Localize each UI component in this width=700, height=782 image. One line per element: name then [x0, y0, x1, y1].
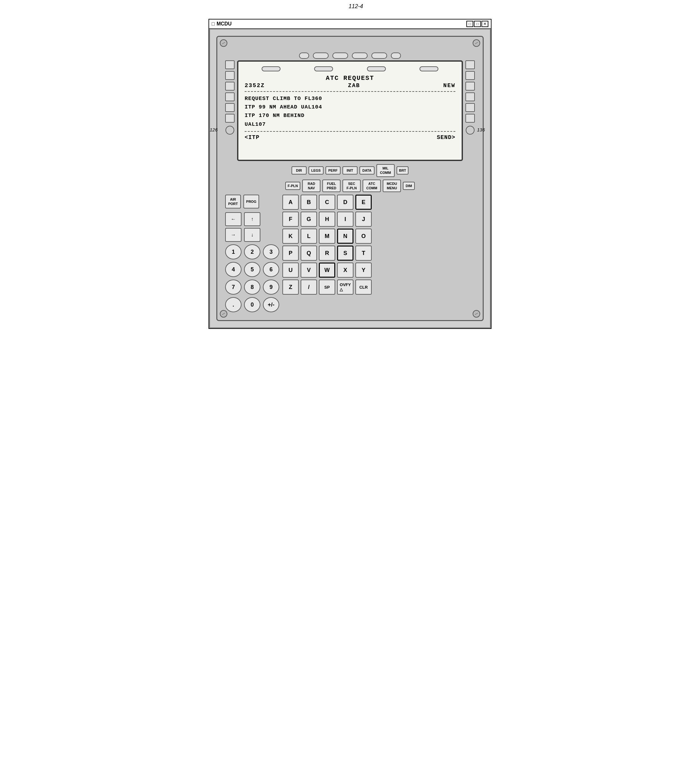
func-dim[interactable]: DIM — [403, 182, 415, 190]
key-q[interactable]: Q — [301, 245, 317, 261]
arrow-row-1: ← ↑ — [225, 212, 279, 226]
func-brt[interactable]: BRT — [397, 166, 409, 175]
num-2[interactable]: 2 — [244, 244, 260, 259]
key-c[interactable]: C — [319, 195, 335, 210]
num-3[interactable]: 3 — [263, 244, 279, 259]
key-h[interactable]: H — [319, 212, 335, 227]
key-e[interactable]: E — [355, 195, 372, 210]
lsk-left-5[interactable] — [225, 103, 235, 112]
close-button[interactable]: ✕ — [482, 21, 488, 27]
top-oval-5[interactable] — [372, 53, 387, 59]
arrow-up[interactable]: ↑ — [244, 212, 260, 226]
lsk-right-4[interactable] — [465, 92, 475, 101]
key-x[interactable]: X — [337, 263, 353, 278]
key-g[interactable]: G — [301, 212, 317, 227]
key-s[interactable]: S — [337, 245, 353, 261]
screen-send-link: SEND> — [437, 134, 455, 140]
maximize-button[interactable]: □ — [474, 21, 481, 27]
func-atc-comm[interactable]: ATCCOMM — [363, 180, 381, 192]
lsk-left-6[interactable] — [225, 114, 235, 123]
func-legs[interactable]: LEGS — [308, 166, 323, 175]
key-r[interactable]: R — [319, 245, 335, 261]
num-8[interactable]: 8 — [244, 280, 260, 295]
key-y[interactable]: Y — [355, 263, 372, 278]
key-a[interactable]: A — [282, 195, 299, 210]
window-controls: □ □ ✕ — [467, 21, 488, 27]
key-m[interactable]: M — [319, 228, 335, 244]
lsk-left-3[interactable] — [225, 82, 235, 90]
left-round-knob[interactable] — [225, 126, 234, 135]
func-init[interactable]: INIT — [342, 166, 358, 175]
key-d[interactable]: D — [337, 195, 353, 210]
key-sp[interactable]: SP — [319, 280, 335, 295]
arrow-left[interactable]: ← — [225, 212, 242, 226]
key-z[interactable]: Z — [282, 280, 299, 295]
key-p[interactable]: P — [282, 245, 299, 261]
num-7[interactable]: 7 — [225, 280, 242, 295]
top-oval-2[interactable] — [313, 53, 328, 59]
arrow-right[interactable]: → — [225, 228, 242, 242]
lsk-right-column: 136 — [465, 51, 475, 161]
lsk-left-1[interactable] — [225, 60, 235, 69]
btn-airport[interactable]: AIRPORT — [225, 195, 241, 208]
diagram-label: 112-4 — [348, 3, 363, 10]
top-oval-3[interactable] — [332, 53, 348, 59]
lsk-right-1[interactable] — [465, 60, 475, 69]
key-w[interactable]: W — [319, 263, 335, 278]
lsk-right-5[interactable] — [465, 103, 475, 112]
num-6[interactable]: 6 — [263, 262, 279, 277]
keyboard-section: DIR LEGS PERF INIT DATA MILCOMM BRT F-PL… — [225, 164, 475, 312]
key-j[interactable]: J — [355, 212, 372, 227]
key-t[interactable]: T — [355, 245, 372, 261]
key-ovfy[interactable]: OVFY△ — [337, 280, 353, 295]
key-f[interactable]: F — [282, 212, 299, 227]
key-v[interactable]: V — [301, 263, 317, 278]
content-line2: ITP 99 NM AHEAD UAL104 — [245, 103, 455, 111]
lsk-left-2[interactable] — [225, 71, 235, 80]
key-l[interactable]: L — [301, 228, 317, 244]
key-b[interactable]: B — [301, 195, 317, 210]
key-k[interactable]: K — [282, 228, 299, 244]
func-fpln[interactable]: F-PLN — [285, 182, 300, 190]
lsk-left-4[interactable] — [225, 92, 235, 101]
screen-time: 2352Z — [245, 82, 265, 89]
arrow-down[interactable]: ↓ — [244, 228, 260, 242]
num-plusminus[interactable]: +/- — [263, 297, 279, 312]
func-mil-comm[interactable]: MILCOMM — [377, 164, 395, 177]
mcdu-window: □ MCDU □ □ ✕ — [208, 19, 492, 329]
lsk-right-6[interactable] — [465, 114, 475, 123]
screen-line1: ATC REQUEST — [245, 75, 455, 82]
lsk-left-column: 126 — [225, 51, 235, 161]
top-oval-4[interactable] — [352, 53, 368, 59]
key-clr[interactable]: CLR — [355, 280, 372, 295]
lsk-right-3[interactable] — [465, 82, 475, 90]
top-oval-6[interactable] — [391, 53, 401, 59]
key-i[interactable]: I — [337, 212, 353, 227]
screen-line2: 2352Z ZAB NEW — [245, 82, 455, 89]
func-data[interactable]: DATA — [360, 166, 375, 175]
lsk-right-2[interactable] — [465, 71, 475, 80]
num-9[interactable]: 9 — [263, 280, 279, 295]
key-u[interactable]: U — [282, 263, 299, 278]
key-n[interactable]: N — [337, 228, 353, 244]
num-5[interactable]: 5 — [244, 262, 260, 277]
func-mcdu-menu[interactable]: MCDUMENU — [383, 180, 401, 192]
key-slash[interactable]: / — [301, 280, 317, 295]
num-dot[interactable]: . — [225, 297, 242, 312]
func-rad-nav[interactable]: RADNAV — [302, 180, 320, 192]
left-knob-area: 126 — [225, 126, 234, 135]
num-1[interactable]: 1 — [225, 244, 242, 259]
func-dir[interactable]: DIR — [292, 166, 307, 175]
screen-oval-2 — [314, 66, 333, 72]
func-sec-fpln[interactable]: SECF-PLN — [342, 180, 361, 192]
btn-prog[interactable]: PROG — [243, 195, 259, 208]
num-4[interactable]: 4 — [225, 262, 242, 277]
num-0[interactable]: 0 — [244, 297, 260, 312]
key-o[interactable]: O — [355, 228, 372, 244]
func-fuel-pred[interactable]: FUELPRED — [322, 180, 340, 192]
top-oval-1[interactable] — [299, 53, 309, 59]
right-round-knob[interactable] — [466, 126, 475, 135]
alpha-row-4: P Q R S T — [282, 245, 475, 261]
minimize-button[interactable]: □ — [467, 21, 473, 27]
func-perf[interactable]: PERF — [325, 166, 340, 175]
